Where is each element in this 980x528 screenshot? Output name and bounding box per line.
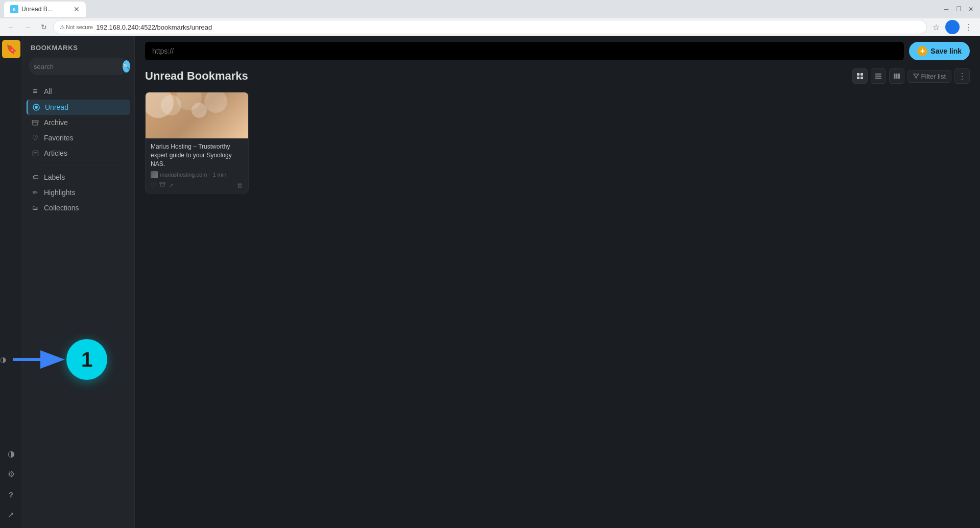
back-btn[interactable]: ←: [4, 20, 18, 34]
filter-list-btn[interactable]: Filter list: [907, 70, 951, 83]
bookmark-favorite-btn[interactable]: ♡: [151, 182, 156, 189]
sidebar-divider: [35, 165, 122, 165]
more-options-btn[interactable]: ⋮: [954, 68, 970, 84]
bookmark-card[interactable]: Marius Hosting – Trustworthy expert guid…: [145, 92, 249, 194]
search-box[interactable]: 🔍: [29, 58, 128, 75]
bookmark-archive-btn[interactable]: [159, 181, 165, 189]
browser-tabs: B Unread B... ✕: [4, 0, 86, 18]
sidebar-item-highlights[interactable]: ✏ Highlights: [27, 185, 130, 200]
sidebar-item-articles[interactable]: Articles: [27, 146, 130, 161]
svg-rect-13: [898, 74, 900, 79]
bookmark-star-btn[interactable]: ☆: [929, 20, 943, 34]
url-input[interactable]: [145, 42, 904, 60]
svg-rect-8: [875, 74, 881, 75]
sidebar-item-collections[interactable]: 🗂 Collections: [27, 200, 130, 215]
browser-nav-bar: ← → ↻ ⚠ Not secure 192.168.0.240:4522/bo…: [0, 18, 980, 36]
search-submit-btn[interactable]: 🔍: [123, 60, 130, 73]
bookmark-read-time: 1 min: [212, 172, 226, 178]
tab-title: Unread B...: [21, 6, 70, 13]
browser-title-bar: B Unread B... ✕ ─ ❐ ✕: [0, 0, 980, 18]
icon-bar: 🔖 ◑ ⚙ ? ↗: [0, 36, 22, 528]
sidebar-item-articles-label: Articles: [44, 149, 67, 157]
bookmarks-grid: Marius Hosting – Trustworthy expert guid…: [135, 92, 594, 194]
columns-view-btn[interactable]: [889, 68, 904, 84]
plus-icon: +: [917, 46, 927, 56]
collections-icon: 🗂: [31, 204, 40, 211]
bookmark-delete-btn[interactable]: 🗑: [237, 182, 243, 189]
icon-bar-theme[interactable]: ◑: [2, 444, 20, 463]
bookmark-source: mariushosting.com: [160, 172, 207, 178]
content-header: Unread Bookmarks: [135, 66, 980, 92]
sidebar-item-unread[interactable]: Unread: [27, 100, 130, 115]
tab-close-btn[interactable]: ✕: [74, 5, 80, 13]
svg-rect-11: [894, 74, 896, 79]
articles-icon: [31, 150, 40, 157]
minimize-btn[interactable]: ─: [941, 4, 951, 14]
sidebar-item-collections-label: Collections: [44, 204, 79, 212]
svg-rect-3: [33, 151, 38, 156]
close-btn[interactable]: ✕: [966, 4, 976, 14]
bookmark-actions: ♡ ↗ 🗑: [151, 181, 243, 189]
bookmark-title: Marius Hosting – Trustworthy expert guid…: [151, 142, 243, 168]
address-url: 192.168.0.240:4522/bookmarks/unread: [96, 23, 920, 31]
svg-rect-6: [857, 77, 859, 79]
window-controls: ─ ❐ ✕: [941, 4, 976, 14]
sidebar-title: BOOKMARKS: [22, 42, 134, 58]
main-content: + Save link Unread Bookmarks: [135, 36, 980, 528]
sidebar-item-unread-label: Unread: [45, 103, 68, 111]
unread-icon: [32, 104, 41, 111]
icon-bar-export[interactable]: ↗: [2, 506, 20, 524]
browser-profile-avatar: [945, 20, 960, 34]
svg-rect-9: [875, 76, 881, 77]
profile-btn[interactable]: [945, 20, 960, 34]
grid-view-btn[interactable]: [852, 68, 868, 84]
reload-btn[interactable]: ↻: [37, 20, 51, 34]
app-container: 🔖 ◑ ⚙ ? ↗ BOOKMARKS 🔍 ≡ All: [0, 36, 980, 528]
svg-rect-5: [861, 73, 863, 76]
bookmark-favicon: [151, 171, 158, 178]
icon-bar-settings[interactable]: ⚙: [2, 465, 20, 483]
archive-icon: [31, 119, 40, 126]
restore-btn[interactable]: ❐: [953, 4, 964, 14]
svg-rect-7: [861, 77, 863, 79]
sidebar: BOOKMARKS 🔍 ≡ All Unread: [22, 36, 135, 528]
labels-icon: 🏷: [31, 174, 40, 181]
security-indicator: ⚠ Not secure: [60, 24, 93, 31]
svg-rect-4: [857, 73, 859, 76]
header-actions: Filter list ⋮: [852, 68, 970, 84]
bookmark-meta: mariushosting.com · 1 min: [151, 171, 243, 178]
browser-chrome: B Unread B... ✕ ─ ❐ ✕ ← → ↻ ⚠ Not secure…: [0, 0, 980, 36]
tab-favicon: B: [10, 5, 18, 13]
icon-bar-help[interactable]: ?: [2, 485, 20, 503]
svg-point-1: [35, 106, 38, 109]
sidebar-item-favorites[interactable]: ♡ Favorites: [27, 130, 130, 146]
forward-btn[interactable]: →: [20, 20, 35, 34]
list-view-btn[interactable]: [871, 68, 886, 84]
chrome-menu-btn[interactable]: ⋮: [962, 20, 976, 34]
sidebar-nav: ≡ All Unread Arc: [22, 83, 134, 215]
sidebar-item-archive-label: Archive: [44, 118, 68, 127]
sidebar-item-highlights-label: Highlights: [44, 188, 75, 197]
bookmark-share-btn[interactable]: ↗: [169, 182, 174, 189]
sidebar-item-favorites-label: Favorites: [44, 134, 74, 142]
svg-rect-10: [875, 78, 881, 79]
svg-rect-12: [896, 74, 897, 79]
url-bar-row: + Save link: [135, 36, 980, 66]
icon-bar-bookmark[interactable]: 🔖: [2, 40, 20, 58]
sidebar-item-labels[interactable]: 🏷 Labels: [27, 170, 130, 185]
sidebar-item-labels-label: Labels: [44, 173, 65, 181]
search-input[interactable]: [34, 63, 119, 70]
all-icon: ≡: [31, 87, 40, 96]
address-bar[interactable]: ⚠ Not secure 192.168.0.240:4522/bookmark…: [53, 20, 927, 34]
sidebar-item-all[interactable]: ≡ All: [27, 83, 130, 100]
save-link-button[interactable]: + Save link: [909, 42, 970, 60]
sidebar-item-all-label: All: [44, 87, 52, 95]
highlights-icon: ✏: [31, 189, 40, 196]
page-title: Unread Bookmarks: [145, 69, 248, 83]
nav-extra-buttons: ☆ ⋮: [929, 20, 976, 34]
security-icon: ⚠: [60, 24, 65, 31]
browser-tab[interactable]: B Unread B... ✕: [4, 2, 86, 17]
favorites-icon: ♡: [31, 134, 40, 142]
bookmark-separator: ·: [209, 172, 210, 178]
sidebar-item-archive[interactable]: Archive: [27, 115, 130, 130]
